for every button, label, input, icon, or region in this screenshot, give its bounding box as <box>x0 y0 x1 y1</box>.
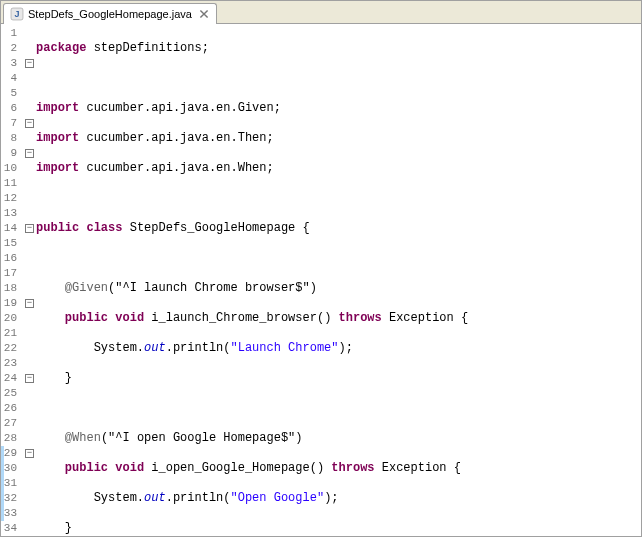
fold-cell <box>25 131 34 146</box>
code-line: } <box>36 371 641 386</box>
line-number: 14 <box>4 221 23 236</box>
fold-cell <box>25 266 34 281</box>
line-number: 23 <box>4 356 23 371</box>
tab-bar: J StepDefs_GoogleHomepage.java <box>1 1 641 24</box>
fold-collapse-icon[interactable]: − <box>25 374 34 383</box>
fold-cell <box>25 281 34 296</box>
fold-cell: − <box>25 296 34 311</box>
fold-collapse-icon[interactable]: − <box>25 299 34 308</box>
fold-cell <box>25 386 34 401</box>
fold-cell <box>25 41 34 56</box>
code-editor[interactable]: 1234567891011121314151617181920212223242… <box>1 24 641 536</box>
fold-cell: − <box>25 446 34 461</box>
fold-cell <box>25 506 34 521</box>
line-number: 5 <box>4 86 23 101</box>
fold-cell <box>25 311 34 326</box>
line-number: 18 <box>4 281 23 296</box>
code-line: System.out.println("Open Google"); <box>36 491 641 506</box>
line-number: 15 <box>4 236 23 251</box>
line-number: 1 <box>4 26 23 41</box>
line-number: 13 <box>4 206 23 221</box>
fold-cell: − <box>25 56 34 71</box>
fold-cell <box>25 236 34 251</box>
code-line: package stepDefinitions; <box>36 41 641 56</box>
code-line: import cucumber.api.java.en.When; <box>36 161 641 176</box>
line-number: 12 <box>4 191 23 206</box>
line-number: 24 <box>4 371 23 386</box>
java-file-icon: J <box>10 7 24 21</box>
fold-cell <box>25 476 34 491</box>
line-number: 20 <box>4 311 23 326</box>
fold-cell <box>25 431 34 446</box>
fold-cell <box>25 176 34 191</box>
fold-cell <box>25 401 34 416</box>
line-number: 6 <box>4 101 23 116</box>
fold-cell <box>25 251 34 266</box>
fold-cell <box>25 326 34 341</box>
editor-tab[interactable]: J StepDefs_GoogleHomepage.java <box>3 3 217 24</box>
fold-cell: − <box>25 371 34 386</box>
line-number: 7 <box>4 116 23 131</box>
line-number: 16 <box>4 251 23 266</box>
code-line <box>36 401 641 416</box>
close-icon[interactable] <box>198 8 210 20</box>
line-number: 34 <box>4 521 23 536</box>
fold-collapse-icon[interactable]: − <box>25 224 34 233</box>
fold-cell <box>25 356 34 371</box>
line-number: 28 <box>4 431 23 446</box>
line-number: 11 <box>4 176 23 191</box>
fold-collapse-icon[interactable]: − <box>25 59 34 68</box>
line-number: 27 <box>4 416 23 431</box>
code-line: public class StepDefs_GoogleHomepage { <box>36 221 641 236</box>
code-line: System.out.println("Launch Chrome"); <box>36 341 641 356</box>
line-number: 10 <box>4 161 23 176</box>
fold-cell <box>25 461 34 476</box>
line-number: 4 <box>4 71 23 86</box>
code-line <box>36 251 641 266</box>
line-number: 22 <box>4 341 23 356</box>
code-content[interactable]: package stepDefinitions; import cucumber… <box>34 24 641 536</box>
line-number: 31 <box>4 476 23 491</box>
code-line: @Given("^I launch Chrome browser$") <box>36 281 641 296</box>
code-line: } <box>36 521 641 536</box>
fold-cell: − <box>25 221 34 236</box>
line-number: 32 <box>4 491 23 506</box>
line-number: 30 <box>4 461 23 476</box>
line-number: 26 <box>4 401 23 416</box>
fold-cell <box>25 416 34 431</box>
editor-window: J StepDefs_GoogleHomepage.java 123456789… <box>0 0 642 537</box>
line-number: 9 <box>4 146 23 161</box>
fold-cell <box>25 86 34 101</box>
line-number: 29 <box>4 446 23 461</box>
fold-collapse-icon[interactable]: − <box>25 119 34 128</box>
fold-collapse-icon[interactable]: − <box>25 149 34 158</box>
code-line: public void i_launch_Chrome_browser() th… <box>36 311 641 326</box>
line-number: 2 <box>4 41 23 56</box>
fold-cell <box>25 206 34 221</box>
svg-text:J: J <box>14 9 19 19</box>
line-number: 17 <box>4 266 23 281</box>
fold-cell <box>25 101 34 116</box>
fold-cell <box>25 71 34 86</box>
code-line: public void i_open_Google_Homepage() thr… <box>36 461 641 476</box>
fold-cell <box>25 26 34 41</box>
fold-cell <box>25 161 34 176</box>
line-number: 19 <box>4 296 23 311</box>
code-line <box>36 191 641 206</box>
fold-cell <box>25 341 34 356</box>
line-number: 25 <box>4 386 23 401</box>
code-line <box>36 71 641 86</box>
fold-cell: − <box>25 146 34 161</box>
line-number-gutter: 1234567891011121314151617181920212223242… <box>4 24 25 536</box>
fold-column: −−−−−−− <box>25 24 34 536</box>
line-number: 8 <box>4 131 23 146</box>
fold-cell <box>25 491 34 506</box>
code-line: import cucumber.api.java.en.Given; <box>36 101 641 116</box>
line-number: 33 <box>4 506 23 521</box>
fold-cell: − <box>25 116 34 131</box>
code-line: @When("^I open Google Homepage$") <box>36 431 641 446</box>
tab-label: StepDefs_GoogleHomepage.java <box>28 8 192 20</box>
fold-collapse-icon[interactable]: − <box>25 449 34 458</box>
fold-cell <box>25 191 34 206</box>
fold-cell <box>25 521 34 536</box>
